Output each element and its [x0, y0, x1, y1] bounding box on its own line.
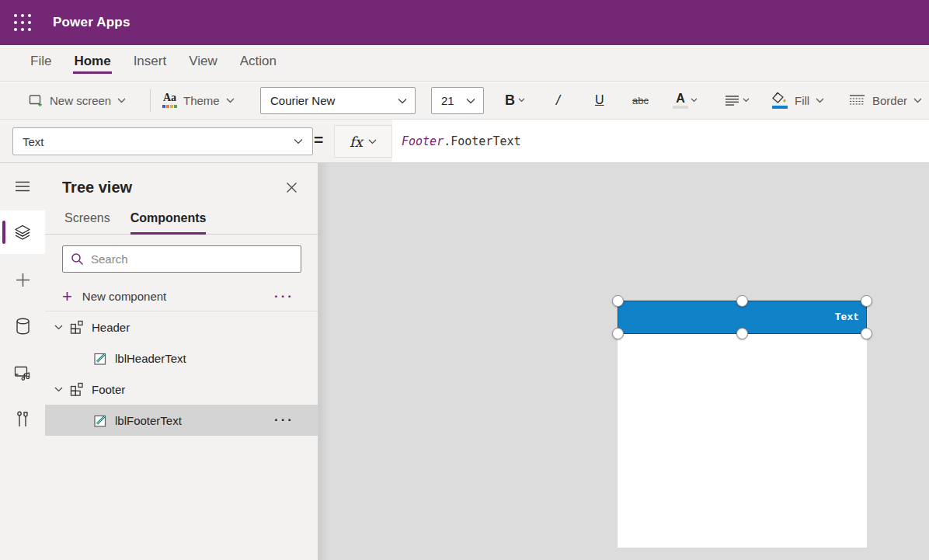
resize-handle-n[interactable] — [736, 295, 748, 307]
tree-item-label: lblHeaderText — [115, 352, 186, 365]
canvas-area: Text — [318, 163, 929, 560]
selected-label-control[interactable]: Text — [618, 301, 867, 334]
advanced-tools-rail-button[interactable] — [0, 398, 45, 441]
font-size-select[interactable]: 21 — [431, 87, 484, 114]
resize-handle-se[interactable] — [861, 328, 872, 339]
search-icon — [71, 252, 84, 266]
tree-item-footer[interactable]: Footer — [45, 374, 318, 405]
menu-item-insert[interactable]: Insert — [133, 52, 168, 74]
underline-button[interactable]: U — [595, 82, 604, 119]
border-button[interactable]: Border — [848, 82, 922, 119]
bold-button[interactable]: B — [505, 82, 525, 119]
data-sources-rail-button[interactable] — [0, 304, 45, 348]
tree-item-header[interactable]: Header — [45, 311, 318, 343]
label-control-icon — [93, 413, 108, 428]
search-input[interactable] — [91, 252, 293, 266]
resize-handle-sw[interactable] — [612, 328, 624, 339]
theme-icon: Aa — [162, 93, 177, 108]
fill-button[interactable]: Fill — [771, 82, 824, 119]
menu-item-home[interactable]: Home — [73, 52, 111, 74]
menu-item-action[interactable]: Action — [239, 52, 277, 74]
italic-icon: / — [556, 92, 560, 109]
fx-icon: fx — [350, 134, 363, 150]
font-color-icon: A — [673, 92, 688, 109]
menu-item-file[interactable]: File — [30, 52, 52, 74]
new-screen-icon — [28, 93, 43, 108]
menu-item-view[interactable]: View — [188, 52, 218, 74]
property-value: Text — [23, 135, 44, 148]
text-align-button[interactable] — [724, 82, 750, 119]
chevron-down-icon[interactable] — [54, 325, 63, 330]
new-component-button[interactable]: + New component ··· — [45, 282, 318, 311]
toolbar-divider — [150, 89, 151, 112]
panel-title: Tree view — [62, 179, 132, 197]
chevron-down-icon — [368, 139, 377, 144]
chevron-down-icon — [117, 98, 126, 103]
resize-handle-ne[interactable] — [861, 295, 872, 307]
italic-button[interactable]: / — [556, 82, 560, 119]
resize-handle-nw[interactable] — [612, 295, 624, 307]
font-size-value: 21 — [441, 94, 454, 107]
formula-input[interactable]: Footer.FooterText — [392, 120, 929, 162]
label-control-icon — [93, 351, 108, 366]
component-icon — [70, 382, 85, 397]
label-control-text: Text — [835, 311, 859, 323]
resize-handle-s[interactable] — [736, 328, 748, 339]
fill-icon — [771, 92, 788, 109]
chevron-down-icon — [518, 98, 525, 103]
chevron-down-icon — [226, 98, 235, 103]
chevron-down-icon — [294, 138, 303, 144]
search-box — [62, 245, 301, 273]
tree-view-tabs: Screens Components — [45, 211, 318, 235]
new-component-label: New component — [82, 290, 166, 303]
waffle-icon[interactable] — [13, 13, 32, 32]
equals-sign: = — [314, 130, 323, 149]
text-align-icon — [724, 95, 740, 106]
tree-item-lblheadertext[interactable]: lblHeaderText — [45, 343, 318, 374]
theme-button[interactable]: Aa Theme — [162, 82, 235, 119]
font-color-button[interactable]: A — [673, 82, 698, 119]
property-select[interactable]: Text — [12, 127, 313, 155]
font-family-select[interactable]: Courier New — [260, 87, 416, 114]
hamburger-menu-icon[interactable] — [0, 165, 45, 208]
tree-item-label: Footer — [92, 383, 125, 396]
tree-view-rail-button[interactable] — [0, 210, 45, 254]
tree-view-panel: Tree view Screens Components + New compo… — [45, 163, 318, 560]
component-artboard[interactable]: Text — [618, 301, 867, 548]
theme-label: Theme — [183, 94, 220, 107]
close-icon[interactable] — [283, 179, 301, 197]
chevron-down-icon — [743, 98, 750, 103]
formula-bar: Text = Footer.FooterText fx — [0, 120, 929, 163]
media-rail-button[interactable] — [0, 351, 45, 395]
component-icon — [70, 320, 85, 335]
formula-object-token: Footer — [402, 134, 444, 148]
font-family-value: Courier New — [270, 94, 335, 107]
workspace: Tree view Screens Components + New compo… — [0, 163, 929, 560]
new-screen-label: New screen — [50, 94, 111, 107]
fill-label: Fill — [795, 94, 809, 107]
insert-rail-button[interactable] — [0, 258, 45, 301]
new-screen-button[interactable]: New screen — [28, 82, 126, 119]
chevron-down-icon[interactable] — [54, 387, 63, 392]
underline-icon: U — [595, 93, 604, 107]
chevron-down-icon — [816, 98, 824, 103]
plus-icon: + — [62, 289, 72, 304]
chevron-down-icon — [691, 98, 698, 103]
app-header: Power Apps — [0, 0, 929, 45]
strikethrough-icon: abc — [632, 95, 649, 106]
bold-icon: B — [505, 92, 515, 109]
tab-components[interactable]: Components — [130, 211, 207, 235]
strikethrough-button[interactable]: abc — [632, 82, 649, 119]
formula-member-token: .FooterText — [444, 134, 520, 148]
border-icon — [848, 94, 866, 106]
more-options-icon[interactable]: ··· — [274, 289, 294, 304]
ribbon-toolbar: New screen Aa Theme Courier New 21 — [0, 82, 929, 120]
tab-screens[interactable]: Screens — [64, 211, 110, 235]
border-label: Border — [872, 94, 907, 107]
tree-view-header: Tree view — [45, 163, 318, 211]
tree-item-lblfootertext-selected[interactable]: lblFooterText ··· — [45, 405, 318, 436]
fx-dropdown[interactable]: fx — [334, 125, 392, 158]
chevron-down-icon — [913, 98, 922, 103]
menu-bar: File Home Insert View Action — [0, 45, 929, 82]
more-options-icon[interactable]: ··· — [274, 412, 294, 428]
